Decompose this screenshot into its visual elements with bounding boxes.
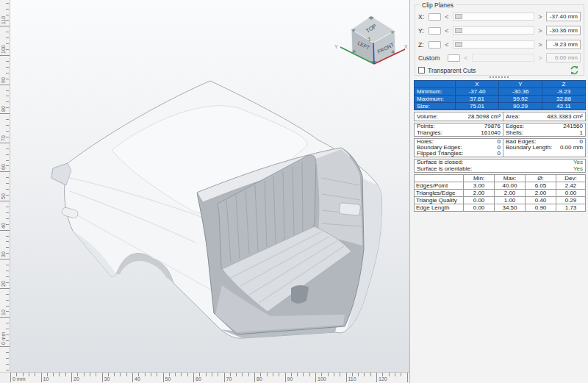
ruler-label: 40 <box>135 376 140 382</box>
clip-x-slider[interactable] <box>453 12 534 21</box>
ruler-tick <box>6 358 9 359</box>
bounds-value: 37.61 <box>456 96 498 102</box>
clip-y-slider[interactable] <box>453 26 534 35</box>
ruler-tick <box>41 373 42 382</box>
ruler-label: 40 <box>1 223 6 229</box>
ruler-tick <box>6 224 9 225</box>
ruler-tick <box>138 373 139 376</box>
quality-col-min: Min: <box>464 175 494 182</box>
ruler-tick <box>193 373 194 382</box>
ruler-tick <box>370 373 371 376</box>
ruler-tick <box>6 125 9 126</box>
clip-custom-value-input[interactable] <box>546 53 581 62</box>
clip-z-value-input[interactable] <box>546 40 581 49</box>
transparent-cuts-checkbox[interactable] <box>418 67 425 74</box>
clip-x-slider-thumb[interactable] <box>455 14 462 19</box>
car-model[interactable]: TOP LEFT FRONT Z Y X <box>10 0 409 372</box>
ruler-tick <box>242 373 243 376</box>
clip-planes-title: Clip Planes <box>420 1 456 9</box>
clip-z-slider[interactable] <box>453 40 534 49</box>
quality-value: 2.00 <box>464 190 494 196</box>
clip-custom-increment-button[interactable]: > <box>537 54 543 62</box>
ruler-tick <box>6 282 9 283</box>
bounds-row-label: Size: <box>415 103 455 110</box>
ruler-tick <box>29 373 29 376</box>
clip-custom-slider[interactable] <box>472 54 534 62</box>
bounds-value: -37.40 <box>456 88 498 95</box>
clip-y-decrement-button[interactable]: < <box>444 27 450 35</box>
ruler-label: 50 <box>1 193 6 199</box>
axis-y-label: Y <box>334 44 338 49</box>
flipped-triangles-value: 0 <box>498 151 501 157</box>
clip-z-decrement-button[interactable]: < <box>444 41 450 49</box>
clip-y-checkbox[interactable] <box>429 27 441 35</box>
panel-splitter[interactable] <box>410 76 588 78</box>
ruler-tick <box>102 373 103 382</box>
quality-value: 34.50 <box>495 204 525 211</box>
ruler-tick <box>132 373 133 382</box>
ruler-label: 80 <box>1 106 6 112</box>
clip-custom-checkbox[interactable] <box>448 54 460 62</box>
ruler-tick <box>6 15 9 15</box>
quality-col-avg: Ø: <box>526 175 556 182</box>
bounds-table[interactable]: X Y Z Minimum: -37.40 -30.36 -9.23 Maxim… <box>414 80 586 110</box>
ruler-tick <box>157 373 157 376</box>
ruler-tick <box>6 189 9 190</box>
shells-label: Shells: <box>506 130 523 137</box>
ruler-tick <box>71 373 72 382</box>
ruler-label: 10 <box>1 310 6 316</box>
clip-z-slider-thumb[interactable] <box>455 42 462 47</box>
ruler-tick <box>6 101 9 102</box>
ruler-label: 110 <box>348 376 356 382</box>
ruler-tick <box>6 218 9 219</box>
clip-x-checkbox[interactable] <box>429 13 441 21</box>
surface-orientable-label: Surface is orientable: <box>417 166 472 173</box>
ruler-tick <box>0 143 10 143</box>
ruler-tick <box>6 276 9 277</box>
quality-value: 0.40 <box>526 197 556 204</box>
view-cube[interactable]: TOP LEFT FRONT Z Y X <box>334 16 408 64</box>
quality-row-label: Triangle Quality <box>415 197 463 204</box>
ruler-tick <box>285 373 286 382</box>
clip-x-increment-button[interactable]: > <box>537 13 543 21</box>
ruler-tick <box>6 137 9 137</box>
ruler-tick <box>145 373 146 376</box>
ruler-tick <box>65 373 66 376</box>
ruler-tick <box>114 373 115 376</box>
ruler-tick <box>10 373 11 382</box>
ruler-tick <box>6 212 9 213</box>
volume-value: 28.5098 cm³ <box>468 112 501 121</box>
ruler-tick <box>389 373 390 376</box>
clip-custom-decrement-button[interactable]: < <box>463 54 469 62</box>
ruler-tick <box>6 265 9 265</box>
clip-y-value-input[interactable] <box>546 26 581 35</box>
ruler-tick <box>6 61 9 62</box>
quality-value: 2.42 <box>556 182 585 189</box>
clip-x-decrement-button[interactable]: < <box>444 13 450 21</box>
quality-value: 2.00 <box>526 190 556 196</box>
quality-table: Min: Max: Ø: Dev: Edges/Point 3.00 40.00… <box>414 174 586 212</box>
ruler-tick <box>6 311 9 312</box>
clip-x-value-input[interactable] <box>546 12 581 21</box>
statistics-panel: X Y Z Minimum: -37.40 -30.36 -9.23 Maxim… <box>414 80 586 213</box>
ruler-tick <box>401 373 401 376</box>
refresh-icon[interactable] <box>570 65 579 75</box>
ruler-tick <box>6 271 9 271</box>
clip-y-increment-button[interactable]: > <box>537 27 543 35</box>
ruler-tick <box>382 373 383 376</box>
quality-value: 0.90 <box>526 204 556 211</box>
ruler-tick <box>6 9 9 10</box>
area-label: Area: <box>506 112 520 121</box>
ruler-tick <box>303 373 304 376</box>
bounds-col-x: X <box>456 81 498 87</box>
ruler-label: 20 <box>74 376 79 382</box>
ruler-tick <box>334 373 334 376</box>
clip-z-checkbox[interactable] <box>429 41 441 49</box>
clip-z-increment-button[interactable]: > <box>537 41 543 49</box>
clip-y-slider-thumb[interactable] <box>455 28 462 33</box>
3d-viewport[interactable]: TOP LEFT FRONT Z Y X <box>10 0 409 372</box>
ruler-tick <box>364 373 365 376</box>
ruler-label: 50 <box>165 376 171 382</box>
ruler-tick <box>6 294 9 295</box>
ruler-tick <box>6 177 9 178</box>
